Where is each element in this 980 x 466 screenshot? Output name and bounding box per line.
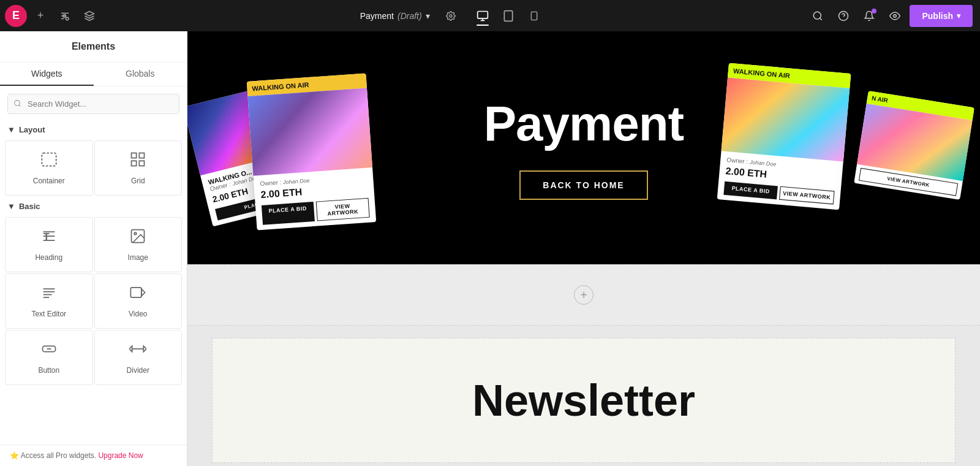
svg-marker-39 <box>129 346 132 351</box>
publish-chevron-icon: ▾ <box>957 12 960 20</box>
publish-button[interactable]: Publish ▾ <box>910 5 973 27</box>
text-editor-label: Text Editor <box>31 310 66 318</box>
svg-rect-7 <box>477 11 488 18</box>
svg-point-14 <box>814 12 821 19</box>
sidebar: Elements Widgets Globals ▼ Layout <box>0 31 187 466</box>
layers-icon[interactable] <box>78 5 100 27</box>
button-icon <box>40 340 58 361</box>
divider-icon <box>129 340 146 361</box>
svg-rect-24 <box>132 161 137 166</box>
video-icon <box>129 284 146 305</box>
customize-icon[interactable] <box>54 5 76 27</box>
footer-text: Access all Pro widgets. <box>21 451 96 460</box>
svg-marker-5 <box>85 11 94 16</box>
tab-widgets[interactable]: Widgets <box>0 63 94 86</box>
upgrade-link[interactable]: Upgrade Now <box>98 451 143 460</box>
page-title: Payment <box>360 11 394 21</box>
widget-divider[interactable]: Divider <box>94 330 183 385</box>
topbar-center: Payment (Draft) ▾ <box>105 4 799 28</box>
widget-image[interactable]: Image <box>94 217 183 272</box>
grid-label: Grid <box>131 177 145 185</box>
basic-label: Basic <box>19 202 40 211</box>
svg-text:T: T <box>43 231 49 242</box>
button-label: Button <box>38 366 59 375</box>
sidebar-title: Elements <box>0 31 187 63</box>
svg-rect-25 <box>140 161 145 166</box>
widget-heading[interactable]: T Heading <box>5 217 93 272</box>
svg-rect-23 <box>140 153 145 158</box>
newsletter-section: Newsletter <box>212 338 956 463</box>
page-title-dropdown[interactable]: Payment (Draft) ▾ <box>354 9 436 23</box>
text-editor-icon <box>40 284 58 305</box>
nft-card-2: WALKING ON AIR Owner : Johan Doe 2.00 ET… <box>247 73 376 230</box>
widget-text-editor[interactable]: Text Editor <box>5 273 93 329</box>
svg-rect-21 <box>42 153 56 166</box>
desktop-view-button[interactable] <box>470 4 495 28</box>
divider-label: Divider <box>127 366 149 375</box>
widget-grid[interactable]: Grid <box>94 140 183 196</box>
hero-section: WALKING O... Owner : Johan Doe 2.00 ETH … <box>187 31 980 264</box>
back-to-home-button[interactable]: BACK TO HOME <box>519 170 647 200</box>
help-button[interactable] <box>832 5 854 27</box>
hero-content: Payment BACK TO HOME <box>459 71 708 224</box>
arrow-icon: ▼ <box>7 125 15 134</box>
svg-marker-38 <box>144 346 147 351</box>
search-box <box>7 94 179 114</box>
topbar: E + Payment (Draft) ▾ <box>0 0 980 31</box>
add-section-area[interactable]: + <box>187 264 980 326</box>
tablet-view-button[interactable] <box>496 4 521 28</box>
svg-rect-33 <box>131 288 142 297</box>
sidebar-tabs: Widgets Globals <box>0 63 187 86</box>
heading-label: Heading <box>35 253 62 262</box>
newsletter-title: Newsletter <box>472 375 695 426</box>
svg-marker-34 <box>141 289 145 296</box>
search-button[interactable] <box>807 5 829 27</box>
svg-line-20 <box>19 105 20 106</box>
svg-point-18 <box>894 14 897 17</box>
svg-point-19 <box>15 100 20 105</box>
grid-icon <box>129 151 146 172</box>
layout-section-title[interactable]: ▼ Layout <box>0 121 187 138</box>
widget-button[interactable]: Button <box>5 330 93 385</box>
hero-title: Payment <box>484 96 684 152</box>
search-input[interactable] <box>7 94 179 114</box>
topbar-right: Publish ▾ <box>799 5 980 27</box>
sidebar-footer: ⭐ Access all Pro widgets. Upgrade Now <box>0 445 187 466</box>
image-icon <box>129 227 146 248</box>
basic-widgets-grid: T Heading Image Text Editor <box>0 215 187 388</box>
topbar-left: E + <box>0 5 105 27</box>
layout-label: Layout <box>19 125 45 134</box>
search-icon <box>13 99 21 109</box>
main-layout: Elements Widgets Globals ▼ Layout <box>0 31 980 466</box>
widget-video[interactable]: Video <box>94 273 183 329</box>
notification-dot <box>872 9 876 13</box>
svg-point-3 <box>66 17 69 20</box>
page-settings-button[interactable] <box>441 6 461 26</box>
elementor-logo[interactable]: E <box>5 5 27 27</box>
basic-arrow-icon: ▼ <box>7 202 15 211</box>
layout-widgets-grid: Container Grid <box>0 138 187 198</box>
svg-rect-22 <box>132 153 137 158</box>
image-label: Image <box>128 253 148 262</box>
mobile-view-button[interactable] <box>522 4 546 28</box>
canvas: WALKING O... Owner : Johan Doe 2.00 ETH … <box>187 31 980 466</box>
svg-line-15 <box>820 18 822 20</box>
basic-section-title[interactable]: ▼ Basic <box>0 198 187 215</box>
svg-point-28 <box>134 232 137 235</box>
svg-point-6 <box>450 15 452 17</box>
sidebar-scroll: ▼ Layout Container Grid <box>0 121 187 445</box>
publish-label: Publish <box>922 11 953 21</box>
page-status: (Draft) <box>398 11 422 21</box>
star-icon: ⭐ <box>10 451 19 460</box>
chevron-down-icon: ▾ <box>426 11 430 21</box>
canvas-scroll[interactable]: WALKING O... Owner : Johan Doe 2.00 ETH … <box>187 31 980 466</box>
video-label: Video <box>129 310 147 318</box>
container-icon <box>40 151 58 172</box>
preview-button[interactable] <box>884 5 906 27</box>
nft-card-4: N AIR VIEW ARTWORK <box>854 91 974 200</box>
widget-container[interactable]: Container <box>5 140 93 196</box>
add-section-plus-button[interactable]: + <box>574 285 594 305</box>
tab-globals[interactable]: Globals <box>94 63 187 86</box>
notifications-button[interactable] <box>858 5 880 27</box>
add-element-button[interactable]: + <box>29 5 51 27</box>
